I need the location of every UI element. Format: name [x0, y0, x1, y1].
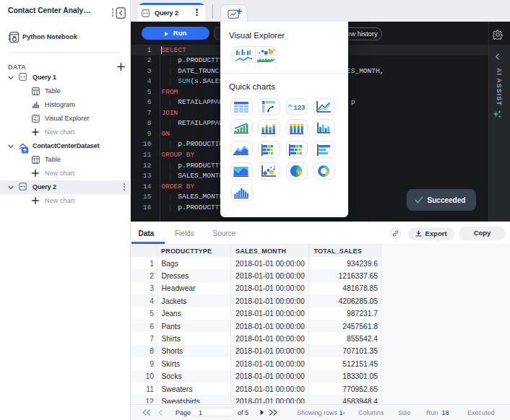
svg-text:123: 123 [294, 103, 306, 110]
